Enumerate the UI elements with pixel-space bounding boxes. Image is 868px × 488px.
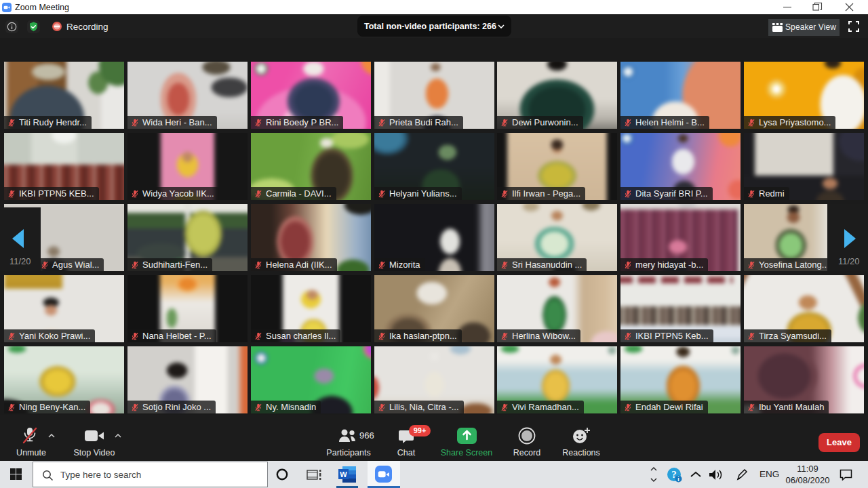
svg-text:W: W <box>340 470 347 479</box>
svg-text:i: i <box>677 476 679 483</box>
